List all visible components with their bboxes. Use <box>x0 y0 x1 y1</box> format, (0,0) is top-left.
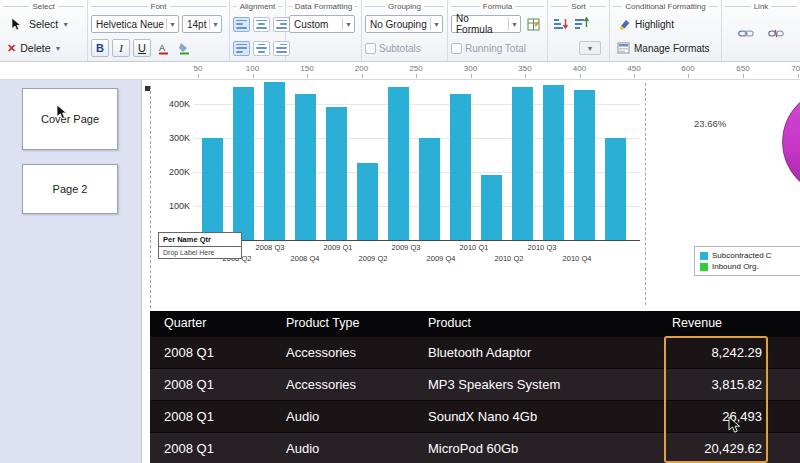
highlight-button[interactable]: Highlight <box>613 16 678 33</box>
column-header[interactable]: Product Type <box>286 311 359 336</box>
table-cell[interactable]: MicroPod 60Gb <box>428 433 518 463</box>
table-cell[interactable]: 2008 Q1 <box>164 401 214 433</box>
bar <box>543 85 564 240</box>
section-title-link: Link <box>725 1 797 11</box>
report-canvas[interactable]: Per Name Qtr Drop Label Here 100K200K300… <box>142 80 800 463</box>
pie-slice-label: 23.66% <box>694 118 726 129</box>
table-header-row: QuarterProduct TypeProductRevenue <box>150 311 800 336</box>
formula-select[interactable]: No Formula ▼ <box>451 15 521 33</box>
ribbon-section-alignment: Alignment <box>230 0 286 61</box>
align-left-button[interactable] <box>233 17 250 32</box>
ruler-mark: 400 <box>568 64 592 73</box>
ruler-tick <box>688 74 689 78</box>
delete-x-icon: ✕ <box>7 42 16 55</box>
subtotals-checkbox[interactable] <box>365 43 376 54</box>
ruler-tick <box>198 74 199 78</box>
table-cell[interactable]: MP3 Speakers System <box>428 369 560 401</box>
font-family-value: Helvetica Neue <box>96 19 164 30</box>
manage-formats-icon <box>617 42 630 54</box>
legend-item: Inbound Org. <box>700 261 800 272</box>
valign-top-button[interactable] <box>233 41 250 56</box>
ruler-tick <box>798 74 799 78</box>
ruler-mark: 350 <box>513 64 537 73</box>
formula-grid-icon <box>527 18 540 31</box>
table-cell[interactable]: Audio <box>286 433 319 463</box>
font-family-select[interactable]: Helvetica Neue ▼ <box>91 15 179 33</box>
bar <box>233 87 254 240</box>
ruler: 50100150200250300350400450600650700 <box>0 62 800 80</box>
link-button[interactable] <box>737 24 755 42</box>
x-axis-label: 2010 Q4 <box>549 254 605 263</box>
cursor-icon <box>728 416 741 438</box>
chevron-down-icon: ▼ <box>430 18 440 30</box>
section-title-grouping: Grouping <box>365 1 444 11</box>
table-cell[interactable]: Bluetooth Adaptor <box>428 337 531 369</box>
table-cell[interactable]: 2008 Q1 <box>164 337 214 369</box>
ribbon-section-conditional-formatting: Conditional Formatting Highlight Manage … <box>610 0 722 61</box>
page-thumbnail-cover[interactable]: Cover Page <box>22 88 118 150</box>
page-thumbnail-page2[interactable]: Page 2 <box>22 164 118 214</box>
chevron-down-icon: ▼ <box>62 21 69 28</box>
column-header[interactable]: Quarter <box>164 311 206 336</box>
bar-chart[interactable]: Per Name Qtr Drop Label Here 100K200K300… <box>142 80 647 311</box>
table-row[interactable]: 2008 Q1AccessoriesBluetooth Adaptor8,242… <box>150 336 800 368</box>
sort-descending-button[interactable] <box>572 15 590 33</box>
table-row[interactable]: 2008 Q1AccessoriesMP3 Speakers System3,8… <box>150 368 800 400</box>
ruler-tick <box>416 74 417 78</box>
table-row[interactable]: 2008 Q1AudioMicroPod 60Gb20,429.62 <box>150 432 800 463</box>
column-header[interactable]: Product <box>428 311 471 336</box>
table-cell[interactable]: 2008 Q1 <box>164 433 214 463</box>
table-cell[interactable]: 8,242.29 <box>642 337 762 369</box>
running-total-checkbox[interactable] <box>451 43 462 54</box>
ruler-tick <box>580 74 581 78</box>
bar <box>388 87 409 240</box>
table-cell[interactable]: 26,493 <box>642 401 762 433</box>
ruler-mark: 50 <box>186 64 210 73</box>
table-cell[interactable]: Accessories <box>286 337 356 369</box>
select-tool-button[interactable]: Select ▼ <box>3 13 73 35</box>
cursor-icon <box>7 15 25 33</box>
unlink-button[interactable] <box>767 24 785 42</box>
axis-widget-drop-hint: Drop Label Here <box>158 247 242 259</box>
table-cell[interactable]: 3,815.82 <box>642 369 762 401</box>
table-cell[interactable]: Accessories <box>286 369 356 401</box>
pie-chart[interactable] <box>782 88 800 196</box>
ruler-mark: 450 <box>622 64 646 73</box>
sort-options-dropdown[interactable]: ▼ <box>579 41 601 55</box>
valign-middle-button[interactable] <box>253 41 270 56</box>
data-table[interactable]: QuarterProduct TypeProductRevenue 2008 Q… <box>150 311 800 463</box>
axis-label-widget[interactable]: Per Name Qtr Drop Label Here <box>158 232 242 259</box>
font-color-button[interactable]: A <box>154 39 172 57</box>
delete-button[interactable]: ✕ Delete ▼ <box>3 40 66 57</box>
fill-color-button[interactable] <box>175 39 193 57</box>
sort-ascending-button[interactable] <box>551 15 569 33</box>
y-axis-label: 200K <box>152 167 190 177</box>
grouping-select[interactable]: No Grouping ▼ <box>365 15 443 33</box>
data-format-value: Custom <box>294 19 328 30</box>
ruler-mark: 600 <box>676 64 700 73</box>
data-format-select[interactable]: Custom ▼ <box>289 15 355 33</box>
column-header[interactable]: Revenue <box>672 311 722 336</box>
font-size-select[interactable]: 14pt ▼ <box>182 15 222 33</box>
table-row[interactable]: 2008 Q1AudioSoundX Nano 4Gb26,493 <box>150 400 800 432</box>
workspace: Cover Page Page 2 Per Name Qtr Drop Labe… <box>0 80 800 463</box>
bold-button[interactable]: B <box>91 39 109 57</box>
align-center-button[interactable] <box>253 17 270 32</box>
manage-formats-label: Manage Formats <box>634 43 710 54</box>
ruler-mark: 100 <box>241 64 265 73</box>
section-title-select: Select <box>3 1 84 11</box>
sort-descending-icon <box>574 17 589 31</box>
table-cell[interactable]: SoundX Nano 4Gb <box>428 401 537 433</box>
underline-button[interactable]: U <box>133 39 151 57</box>
table-cell[interactable]: Audio <box>286 401 319 433</box>
x-axis-label: 2009 Q4 <box>413 254 469 263</box>
italic-button[interactable]: I <box>112 39 130 57</box>
section-title-sort: Sort <box>551 1 606 11</box>
y-axis-label: 400K <box>152 99 190 109</box>
legend-label: Inbound Org. <box>712 262 759 271</box>
manage-formats-button[interactable]: Manage Formats <box>613 40 714 56</box>
table-cell[interactable]: 20,429.62 <box>642 433 762 463</box>
legend-swatch <box>700 252 708 260</box>
formula-editor-button[interactable] <box>524 15 542 33</box>
table-cell[interactable]: 2008 Q1 <box>164 369 214 401</box>
